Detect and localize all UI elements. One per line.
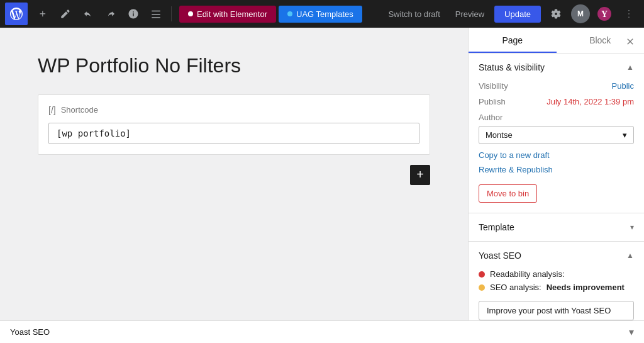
add-block-toolbar-button[interactable] bbox=[33, 4, 53, 24]
template-title: Template bbox=[479, 222, 514, 232]
author-select[interactable]: Montse ▾ bbox=[479, 126, 634, 144]
rewrite-republish-link[interactable]: Rewrite & Republish bbox=[479, 165, 634, 174]
readability-dot-icon bbox=[479, 271, 485, 278]
seo-dot-icon bbox=[479, 284, 485, 291]
main-area: WP Portfolio No Filters [/] Shortcode + … bbox=[0, 28, 644, 343]
tab-underline bbox=[469, 52, 557, 53]
status-visibility-section: Status & visibility ▲ Visibility Public … bbox=[469, 53, 644, 213]
more-options-button[interactable] bbox=[619, 4, 639, 24]
preview-button[interactable]: Preview bbox=[450, 7, 489, 21]
list-view-button[interactable] bbox=[146, 4, 166, 24]
yoast-bottom-bar: Yoast SEO ▾ bbox=[0, 320, 644, 343]
publish-row: Publish July 14th, 2022 1:39 pm bbox=[479, 97, 634, 106]
shortcode-input[interactable] bbox=[48, 123, 419, 144]
switch-to-draft-button[interactable]: Switch to draft bbox=[383, 7, 445, 21]
edit-with-elementor-button[interactable]: Edit with Elementor bbox=[179, 6, 276, 23]
seo-label: SEO analysis: bbox=[490, 283, 541, 292]
yoast-bar-toggle-icon[interactable]: ▾ bbox=[629, 326, 634, 338]
shortcode-block-icon: [/] bbox=[48, 105, 56, 115]
yoast-seo-title: Yoast SEO bbox=[479, 250, 521, 261]
sidebar-panel: Page Block Status & visibility ▲ Visibil… bbox=[468, 28, 644, 343]
settings-gear-button[interactable] bbox=[546, 4, 566, 24]
update-button[interactable]: Update bbox=[494, 6, 541, 23]
block-header: [/] Shortcode bbox=[48, 105, 419, 115]
uag-dot-icon bbox=[287, 11, 292, 16]
tab-page[interactable]: Page bbox=[469, 28, 557, 53]
seo-analysis-row: SEO analysis: Needs improvement bbox=[479, 283, 634, 292]
sidebar-close-button[interactable] bbox=[619, 30, 641, 53]
uag-templates-button[interactable]: UAG Templates bbox=[279, 6, 362, 23]
copy-to-draft-link[interactable]: Copy to a new draft bbox=[479, 150, 634, 160]
yoast-seo-section: Yoast SEO ▲ Readability analysis: SEO an… bbox=[469, 242, 644, 331]
readability-label: Readability analysis: bbox=[490, 269, 565, 279]
block-label: Shortcode bbox=[61, 105, 98, 115]
template-chevron-icon: ▾ bbox=[630, 223, 634, 232]
add-new-block-button[interactable]: + bbox=[410, 165, 430, 185]
uag-btn-label: UAG Templates bbox=[296, 9, 353, 19]
page-title: WP Portfolio No Filters bbox=[38, 53, 430, 79]
visibility-row: Visibility Public bbox=[479, 81, 634, 91]
yoast-bar-label: Yoast SEO bbox=[10, 327, 50, 337]
editor-area: WP Portfolio No Filters [/] Shortcode + bbox=[0, 28, 468, 343]
wp-logo[interactable] bbox=[5, 3, 28, 25]
redo-button[interactable] bbox=[101, 4, 121, 24]
publish-value[interactable]: July 14th, 2022 1:39 pm bbox=[547, 97, 634, 106]
seo-status: Needs improvement bbox=[547, 283, 625, 292]
status-visibility-header[interactable]: Status & visibility ▲ bbox=[469, 53, 644, 81]
status-visibility-content: Visibility Public Publish July 14th, 202… bbox=[469, 81, 644, 213]
author-value: Montse bbox=[486, 130, 513, 140]
author-row: Author Montse ▾ bbox=[479, 113, 634, 144]
undo-button[interactable] bbox=[78, 4, 98, 24]
publish-label: Publish bbox=[479, 97, 506, 106]
move-to-bin-button[interactable]: Move to bin bbox=[479, 184, 537, 203]
template-section: Template ▾ bbox=[469, 213, 644, 242]
toolbar-right: Switch to draft Preview Update M Y bbox=[383, 4, 639, 24]
main-toolbar: Edit with Elementor UAG Templates Switch… bbox=[0, 0, 644, 28]
shortcode-block: [/] Shortcode bbox=[38, 94, 430, 155]
sidebar-tabs: Page Block bbox=[469, 28, 644, 53]
elementor-btn-label: Edit with Elementor bbox=[197, 9, 267, 19]
author-label: Author bbox=[479, 113, 634, 122]
yoast-seo-chevron-icon: ▲ bbox=[626, 251, 634, 260]
user-avatar[interactable]: M bbox=[571, 4, 590, 23]
readability-analysis-row: Readability analysis: bbox=[479, 269, 634, 279]
yoast-icon[interactable]: Y bbox=[595, 4, 614, 23]
status-visibility-title: Status & visibility bbox=[479, 62, 545, 72]
elementor-dot-icon bbox=[188, 11, 193, 16]
svg-text:Y: Y bbox=[601, 9, 608, 19]
improve-with-yoast-button[interactable]: Improve your post with Yoast SEO bbox=[479, 301, 634, 320]
visibility-label: Visibility bbox=[479, 81, 508, 91]
info-button[interactable] bbox=[123, 4, 143, 24]
status-visibility-chevron-icon: ▲ bbox=[626, 63, 634, 72]
template-section-header[interactable]: Template ▾ bbox=[469, 213, 644, 241]
toolbar-separator-1 bbox=[171, 6, 172, 21]
visibility-value[interactable]: Public bbox=[612, 81, 634, 91]
author-select-chevron-icon: ▾ bbox=[623, 130, 627, 140]
yoast-seo-header[interactable]: Yoast SEO ▲ bbox=[469, 242, 644, 269]
edit-pencil-button[interactable] bbox=[55, 4, 75, 24]
